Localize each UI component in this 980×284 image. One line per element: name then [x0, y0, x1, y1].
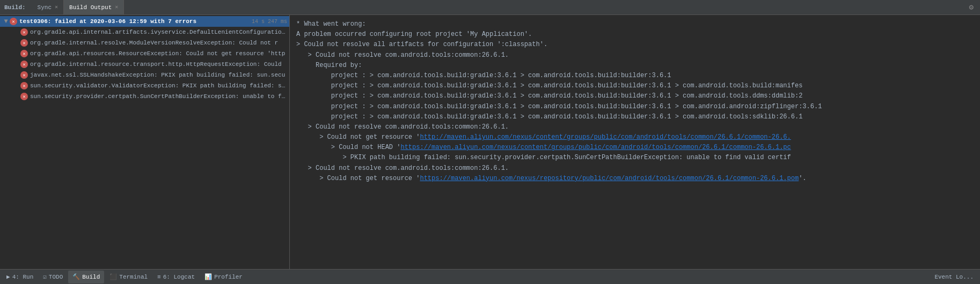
error-item-label-0: org.gradle.api.internal.artifacts.ivyser… [30, 29, 287, 35]
todo-icon: ☑ [43, 273, 47, 280]
tree-root-item[interactable]: ▼ ✕ test0306: failed at 2020-03-06 12:59… [0, 16, 289, 27]
logcat-icon: ≡ [157, 274, 161, 280]
tool-build[interactable]: 🔨 Build [68, 271, 104, 283]
tree-error-item-3[interactable]: ✕ org.gradle.internal.resource.transport… [0, 59, 289, 70]
tool-terminal[interactable]: ⬛ Terminal [105, 271, 152, 283]
error-icon-0: ✕ [20, 28, 28, 36]
error-item-label-1: org.gradle.internal.resolve.ModuleVersio… [30, 40, 287, 46]
error-item-label-6: sun.security.provider.certpath.SunCertPa… [30, 93, 287, 100]
build-tree[interactable]: ▼ ✕ test0306: failed at 2020-03-06 12:59… [0, 15, 289, 269]
detail-line-2: > Could not resolve all artifacts for co… [296, 40, 974, 50]
root-error-icon: ✕ [10, 18, 17, 25]
detail-line-4: Required by: [296, 61, 974, 71]
bottom-toolbar: ▶ 4: Run ☑ TODO 🔨 Build ⬛ Terminal ≡ 6: … [0, 269, 980, 284]
tool-profiler-label: Profiler [214, 274, 243, 280]
detail-line-13: > PKIX path building failed: sun.securit… [296, 153, 974, 163]
error-icon-6: ✕ [20, 93, 28, 100]
tab-sync-close[interactable]: ✕ [55, 5, 58, 10]
event-log-button[interactable]: Event Lo... [930, 274, 978, 280]
tab-build-output-label: Build Output [69, 4, 112, 11]
right-panel[interactable]: * What went wrong: A problem occurred co… [290, 15, 980, 269]
error-item-label-3: org.gradle.internal.resource.transport.h… [30, 61, 287, 68]
right-toolbar-area: Event Lo... [930, 274, 978, 280]
detail-line-0: * What went wrong: [296, 19, 974, 29]
tab-sync[interactable]: Sync ✕ [32, 0, 64, 15]
error-item-label-5: sun.security.validator.ValidatorExceptio… [30, 83, 287, 89]
build-icon: 🔨 [72, 273, 80, 280]
tree-error-item-5[interactable]: ✕ sun.security.validator.ValidatorExcept… [0, 80, 289, 91]
link-2[interactable]: https://maven.aliyun.com/nexus/content/g… [400, 144, 791, 151]
detail-line-14: > Could not resolve com.android.tools:co… [296, 163, 974, 174]
link-3[interactable]: https://maven.aliyun.com/nexus/repositor… [420, 175, 799, 182]
root-item-label: test0306: failed at 2020-03-06 12:59 wit… [19, 18, 247, 25]
left-panel: ▼ ✕ test0306: failed at 2020-03-06 12:59… [0, 15, 290, 269]
tree-error-item-1[interactable]: ✕ org.gradle.internal.resolve.ModuleVers… [0, 38, 289, 48]
root-duration-badge: 14 s 247 ms [252, 19, 287, 25]
run-icon: ▶ [6, 273, 10, 280]
detail-line-9: project : > com.android.tools.build:grad… [296, 112, 974, 122]
detail-line-7: project : > com.android.tools.build:grad… [296, 91, 974, 101]
error-icon-1: ✕ [20, 39, 28, 47]
tool-todo-label: TODO [49, 274, 63, 280]
detail-line-11: > Could not get resource 'http://maven.a… [296, 132, 974, 143]
tab-sync-label: Sync [38, 4, 52, 11]
tree-error-item-0[interactable]: ✕ org.gradle.api.internal.artifacts.ivys… [0, 27, 289, 38]
detail-line-1: A problem occurred configuring root proj… [296, 29, 974, 40]
terminal-icon: ⬛ [109, 273, 117, 280]
tab-build-output[interactable]: Build Output ✕ [64, 0, 124, 15]
tool-run[interactable]: ▶ 4: Run [2, 271, 38, 283]
tool-logcat[interactable]: ≡ 6: Logcat [153, 271, 199, 283]
error-icon-2: ✕ [20, 50, 28, 57]
tool-build-label: Build [82, 274, 100, 280]
error-item-label-4: javax.net.ssl.SSLHandshakeException: PKI… [30, 72, 287, 78]
main-content: ▼ ✕ test0306: failed at 2020-03-06 12:59… [0, 15, 980, 269]
tree-error-item-6[interactable]: ✕ sun.security.provider.certpath.SunCert… [0, 91, 289, 102]
tab-build-output-close[interactable]: ✕ [115, 5, 118, 10]
detail-line-5: project : > com.android.tools.build:grad… [296, 71, 974, 81]
detail-line-6: project : > com.android.tools.build:grad… [296, 81, 974, 91]
tool-profiler[interactable]: 📊 Profiler [200, 271, 247, 283]
tree-error-item-4[interactable]: ✕ javax.net.ssl.SSLHandshakeException: P… [0, 70, 289, 80]
tool-run-label: 4: Run [12, 274, 34, 280]
error-icon-3: ✕ [20, 61, 28, 68]
tool-terminal-label: Terminal [119, 274, 148, 280]
settings-button[interactable]: ⚙ [965, 3, 978, 12]
detail-line-10: > Could not resolve com.android.tools:co… [296, 122, 974, 132]
expand-icon: ▼ [2, 18, 10, 25]
tool-todo[interactable]: ☑ TODO [39, 271, 67, 283]
tool-logcat-label: 6: Logcat [163, 274, 195, 280]
tree-error-item-2[interactable]: ✕ org.gradle.api.resources.ResourceExcep… [0, 48, 289, 59]
profiler-icon: 📊 [204, 273, 212, 280]
detail-line-8: project : > com.android.tools.build:grad… [296, 102, 974, 112]
tab-bar: Build: Sync ✕ Build Output ✕ ⚙ [0, 0, 980, 15]
detail-line-3: > Could not resolve com.android.tools:co… [296, 50, 974, 61]
error-icon-4: ✕ [20, 71, 28, 79]
error-item-label-2: org.gradle.api.resources.ResourceExcepti… [30, 50, 287, 57]
detail-line-12: > Could not HEAD 'https://maven.aliyun.c… [296, 143, 974, 153]
tab-bar-label: Build: [2, 4, 28, 11]
link-1[interactable]: http://maven.aliyun.com/nexus/content/gr… [420, 133, 791, 141]
error-icon-5: ✕ [20, 82, 28, 89]
detail-line-15: > Could not get resource 'https://maven.… [296, 174, 974, 184]
